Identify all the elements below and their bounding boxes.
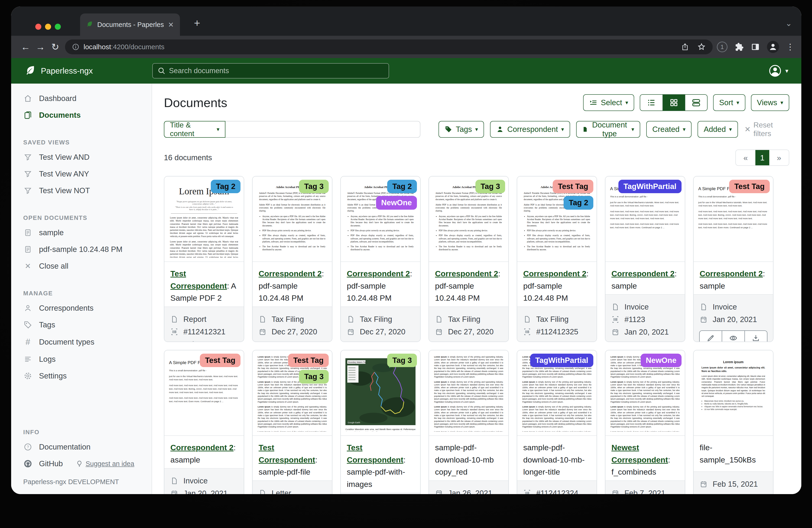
correspondent-link[interactable]: Correspondent 2 — [700, 269, 763, 278]
tag-badge[interactable]: TagWithPartial — [619, 180, 682, 193]
document-thumbnail[interactable]: Lorem Ipsum is simply dummy text of the … — [429, 351, 508, 436]
current-page-button[interactable]: 1 — [755, 150, 769, 165]
sidebar-item-tags[interactable]: Tags — [11, 316, 151, 333]
correspondent-link[interactable]: Correspondent 2 — [435, 269, 498, 278]
views-button[interactable]: Views▾ — [751, 94, 789, 111]
sidebar-item-dashboard[interactable]: Dashboard — [11, 90, 151, 107]
sidebar-item-settings[interactable]: Settings — [11, 368, 151, 384]
reload-button[interactable]: ↻ — [48, 42, 63, 52]
tags-filter-button[interactable]: Tags▾ — [438, 121, 484, 138]
sidebar-item-saved-view-not[interactable]: Test View NOT — [11, 182, 151, 199]
previous-page-button[interactable]: « — [736, 150, 755, 165]
sidebar-item-saved-view-any[interactable]: Test View ANY — [11, 166, 151, 182]
tag-badge[interactable]: Tag 3 — [299, 180, 329, 193]
document-thumbnail[interactable]: A Simple PDF FileThis is a small demonst… — [694, 176, 773, 262]
sidebar-item-logs[interactable]: Logs — [11, 351, 151, 368]
address-bar[interactable]: localhost:4200/documents — [65, 40, 713, 54]
created-filter-button[interactable]: Created▾ — [646, 121, 692, 138]
edit-button[interactable] — [700, 331, 722, 342]
extensions-puzzle-icon[interactable] — [735, 42, 744, 52]
correspondent-link[interactable]: Test Correspondent — [259, 443, 315, 464]
download-button[interactable] — [744, 331, 767, 342]
document-thumbnail[interactable]: Lorem Ipsum is simply dummy text of the … — [252, 351, 332, 436]
minimize-window-button[interactable] — [45, 24, 51, 30]
next-page-button[interactable]: » — [769, 150, 789, 165]
browser-menu-icon[interactable]: ⋮ — [786, 42, 794, 52]
tag-badge[interactable]: Tag 3 — [299, 370, 329, 383]
back-button[interactable]: ← — [18, 42, 33, 52]
correspondent-link[interactable]: Test Correspondent — [170, 269, 227, 290]
tab-close-icon[interactable]: ✕ — [168, 21, 174, 29]
forward-button[interactable]: → — [33, 42, 48, 52]
tag-badge[interactable]: Test Tag — [553, 180, 593, 193]
detail-view-button[interactable] — [685, 95, 707, 111]
tab-search-chevron-icon[interactable]: ⌄ — [785, 18, 792, 28]
tag-badge[interactable]: TagWithPartial — [530, 354, 593, 367]
document-thumbnail[interactable]: A Simple PDF FileThis is a small demonst… — [605, 176, 685, 262]
sort-button[interactable]: Sort▾ — [713, 94, 745, 111]
correspondent-link[interactable]: Correspondent 2 — [170, 443, 233, 452]
document-card[interactable]: Adobe Acrobat PDF FilesAdobe® Portable D… — [429, 176, 509, 342]
document-card[interactable]: Lorem Ipsum is simply dummy text of the … — [605, 350, 685, 494]
document-thumbnail[interactable]: Lorem Ipsum is simply dummy text of the … — [517, 351, 597, 436]
document-card[interactable]: Lorem ipsumLorem ipsum dolor sit amet, c… — [693, 350, 773, 494]
correspondent-link[interactable]: Test Correspondent — [347, 443, 404, 464]
correspondent-link[interactable]: Correspondent 2 — [523, 269, 586, 278]
tag-badge[interactable]: Test Tag — [200, 354, 241, 367]
search-input[interactable] — [152, 63, 389, 79]
document-thumbnail[interactable]: Lorem Ipsum"Neque porro quisquam est qui… — [164, 176, 244, 262]
app-brand[interactable]: Paperless-ngx — [24, 65, 152, 77]
correspondent-link[interactable]: Correspondent 2 — [611, 269, 675, 278]
sidebar-item-open-doc-pdf-sample[interactable]: pdf-sample 10.24.48 PM — [11, 241, 151, 258]
sidebar-item-document-types[interactable]: # Document types — [11, 333, 151, 351]
sidebar-item-documents[interactable]: Documents — [11, 107, 151, 124]
sidebar-item-documentation[interactable]: ? Documentation — [11, 439, 151, 455]
select-button[interactable]: Select▾ — [583, 94, 634, 111]
reset-filters-button[interactable]: ✕Reset filters — [744, 121, 789, 138]
traffic-lights[interactable] — [35, 24, 61, 30]
document-thumbnail[interactable]: Adobe Acrobat PDF FilesAdobe® Portable D… — [517, 176, 597, 262]
tag-badge[interactable]: Tag 3 — [475, 180, 505, 193]
user-menu[interactable]: ▾ — [769, 64, 788, 77]
document-thumbnail[interactable]: Lorem Ipsum is simply dummy text of the … — [605, 351, 685, 436]
document-thumbnail[interactable]: Adobe Acrobat PDF FilesAdobe® Portable D… — [341, 176, 420, 262]
tag-badge[interactable]: Tag 2 — [211, 180, 241, 193]
document-card[interactable]: A Simple PDF FileThis is a small demonst… — [605, 176, 685, 342]
browser-tab[interactable]: Documents - Paperless-ngx ✕ — [80, 13, 180, 36]
new-tab-button[interactable]: + — [189, 17, 205, 29]
tag-badge[interactable]: Test Tag — [288, 354, 329, 367]
tag-badge[interactable]: NewOne — [641, 354, 682, 367]
document-thumbnail[interactable]: Boundary Waters TripGoogle EarthCurabitu… — [341, 351, 420, 436]
correspondent-link[interactable]: Correspondent 2 — [347, 269, 410, 278]
document-card[interactable]: Lorem Ipsum is simply dummy text of the … — [429, 350, 509, 494]
document-thumbnail[interactable]: Lorem ipsumLorem ipsum dolor sit amet, c… — [694, 351, 773, 436]
document-card[interactable]: Adobe Acrobat PDF FilesAdobe® Portable D… — [340, 176, 421, 342]
site-info-icon[interactable] — [72, 43, 79, 51]
bookmark-star-icon[interactable] — [697, 43, 706, 51]
document-card[interactable]: Adobe Acrobat PDF FilesAdobe® Portable D… — [252, 176, 332, 342]
document-card[interactable]: Boundary Waters TripGoogle EarthCurabitu… — [340, 350, 421, 494]
correspondent-link[interactable]: Correspondent 2 — [259, 269, 322, 278]
password-extension-icon[interactable]: 1 — [717, 42, 727, 52]
list-view-button[interactable] — [640, 95, 663, 111]
sidebar-item-correspondents[interactable]: Correspondents — [11, 300, 151, 316]
filter-field-dropdown[interactable]: Title & content▾ — [164, 121, 226, 138]
share-icon[interactable] — [681, 43, 689, 51]
zoom-window-button[interactable] — [55, 24, 61, 30]
document-card[interactable]: Adobe Acrobat PDF FilesAdobe® Portable D… — [517, 176, 597, 342]
close-window-button[interactable] — [35, 24, 41, 30]
tag-badge[interactable]: Tag 3 — [387, 354, 417, 367]
added-filter-button[interactable]: Added▾ — [698, 121, 738, 138]
suggest-idea-link[interactable]: Suggest an idea — [76, 460, 134, 468]
document-card[interactable]: A Simple PDF FileThis is a small demonst… — [164, 350, 244, 494]
tag-badge[interactable]: Tag 2 — [564, 196, 593, 210]
tag-badge[interactable]: Test Tag — [729, 180, 770, 193]
sidebar-item-saved-view-and[interactable]: Test View AND — [11, 149, 151, 166]
correspondent-link[interactable]: Newest Correspondent — [611, 443, 668, 464]
tag-badge[interactable]: NewOne — [376, 196, 417, 210]
document-thumbnail[interactable]: Adobe Acrobat PDF FilesAdobe® Portable D… — [252, 176, 332, 262]
sidebar-item-github[interactable]: GitHub — [39, 459, 63, 468]
document-thumbnail[interactable]: A Simple PDF FileThis is a small demonst… — [164, 351, 244, 436]
correspondent-filter-button[interactable]: Correspondent▾ — [490, 121, 570, 138]
document-card[interactable]: Lorem Ipsum"Neque porro quisquam est qui… — [164, 176, 244, 342]
